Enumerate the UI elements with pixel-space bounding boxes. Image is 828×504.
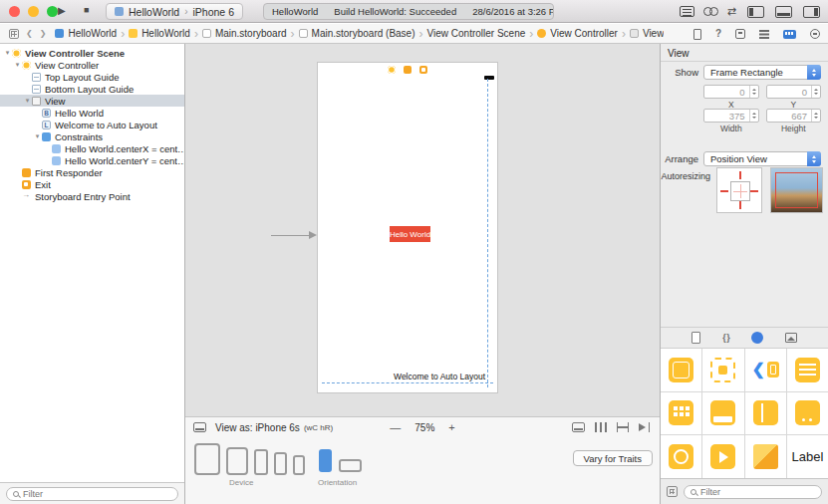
outline-row-welcome-label[interactable]: L Welcome to Auto Layout [0,119,184,130]
outline-row-top-layout-guide[interactable]: Top Layout Guide [0,71,184,83]
device-bar-toggle-icon[interactable] [193,422,206,432]
toggle-navigator-button[interactable] [747,6,764,18]
library-item-view-controller[interactable] [661,349,701,391]
device-iphone-6s[interactable] [274,452,287,475]
storyboard-entry-point-arrow[interactable] [271,231,317,240]
scheme-selector[interactable]: HelloWorld › iPhone 6 [106,3,243,20]
toggle-debug-area-button[interactable] [775,6,792,18]
library-item-label[interactable]: Label [787,435,828,478]
connections-inspector-icon[interactable] [810,29,820,39]
outline-row-hello-world-button[interactable]: B Hello World [0,107,184,119]
breadcrumb-item-scene[interactable]: View Controller Scene [427,28,526,39]
disclosure-triangle-icon[interactable]: ▾ [13,59,22,71]
related-items-icon[interactable] [9,29,19,39]
library-filter-field[interactable] [684,485,822,499]
identity-inspector-icon[interactable] [735,29,745,39]
width-field[interactable]: 375 [703,109,759,123]
close-window-button[interactable] [9,6,20,17]
grid-view-toggle-icon[interactable] [667,486,678,497]
autoresizing-control[interactable] [716,167,762,213]
library-item-storyboard-reference[interactable] [702,349,743,391]
view-controller-icon[interactable] [388,66,396,74]
outline-row-exit[interactable]: Exit [0,178,184,190]
align-icon[interactable] [595,422,607,432]
code-snippet-library-icon[interactable]: { } [722,333,729,343]
back-icon[interactable]: ❮ [26,29,33,38]
standard-editor-button[interactable] [680,6,694,17]
right-strut[interactable] [750,190,758,192]
stepper-icon[interactable] [811,86,820,98]
version-editor-button[interactable]: ⇄ [727,6,736,17]
device-iphone-se[interactable] [293,455,305,475]
outline-row-constraint-centerx[interactable]: Hello World.centerX = cent… [0,142,184,154]
library-item-page-view-controller[interactable] [787,392,828,435]
welcome-auto-layout-label[interactable]: Welcome to Auto Layout [394,372,485,381]
library-item-object[interactable] [745,435,786,478]
stepper-icon[interactable] [811,110,820,122]
quick-help-inspector-icon[interactable]: ? [715,29,721,39]
outline-filter-field[interactable] [6,487,178,501]
size-inspector-icon[interactable] [783,30,796,39]
library-item-glkit-view-controller[interactable] [661,435,701,478]
vary-for-traits-button[interactable]: Vary for Traits [573,450,653,466]
height-field[interactable]: 667 [766,109,822,123]
embed-in-stack-icon[interactable] [572,422,585,432]
zoom-window-button[interactable] [47,6,58,17]
outline-row-view-controller[interactable]: ▾ View Controller [0,59,184,71]
device-ipad-pro[interactable] [194,443,220,475]
disclosure-triangle-icon[interactable]: ▾ [23,95,32,107]
zoom-in-button[interactable]: + [448,422,454,433]
outline-row-scene[interactable]: ▾ View Controller Scene [0,47,184,59]
file-template-library-icon[interactable] [691,332,700,344]
minimize-window-button[interactable] [28,6,39,17]
outline-row-constraints[interactable]: ▾ Constraints [0,130,184,142]
breadcrumb-item-group[interactable]: HelloWorld [129,28,190,39]
library-item-collection-view-controller[interactable] [661,392,701,435]
breadcrumb-item-project[interactable]: HelloWorld [55,28,117,39]
stepper-icon[interactable] [749,86,758,98]
arrange-dropdown[interactable]: Position View [703,151,821,166]
toggle-utilities-button[interactable] [803,6,820,18]
top-strut[interactable] [739,171,741,179]
disclosure-triangle-icon[interactable]: ▾ [3,47,12,59]
library-item-table-view-controller[interactable] [787,349,828,391]
outline-row-first-responder[interactable]: First Responder [0,166,184,178]
disclosure-triangle-icon[interactable]: ▾ [33,130,42,142]
zoom-out-button[interactable]: — [390,422,401,433]
run-button[interactable]: ▶ [58,5,66,16]
outline-row-storyboard-entry-point[interactable]: Storyboard Entry Point [0,190,184,202]
height-spring[interactable] [740,184,742,198]
outline-row-constraint-centery[interactable]: Hello World.centerY = cent… [0,154,184,166]
hello-world-button[interactable]: Hello World [390,226,430,242]
storyboard-canvas[interactable]: Hello World Welcome to Auto Layout View … [185,44,660,504]
first-responder-icon[interactable] [404,66,412,74]
library-item-tab-bar-controller[interactable] [702,392,743,435]
x-field[interactable]: 0 [703,85,759,99]
outline-filter-input[interactable] [23,489,171,499]
outline-row-bottom-layout-guide[interactable]: Bottom Layout Guide [0,83,184,95]
media-library-icon[interactable] [785,333,797,343]
pin-icon[interactable] [617,422,629,432]
library-filter-input[interactable] [700,487,815,497]
stepper-icon[interactable] [749,110,758,122]
orientation-landscape[interactable] [339,459,362,472]
object-library-icon[interactable] [751,332,763,344]
attributes-inspector-icon[interactable] [759,29,769,39]
exit-icon[interactable] [419,66,427,74]
stop-button[interactable]: ■ [84,5,89,15]
breadcrumb-item-storyboard[interactable]: Main.storyboard [202,28,287,39]
outline-row-view[interactable]: ▾ View [0,95,184,107]
library-item-split-view-controller[interactable] [745,392,786,435]
orientation-portrait[interactable] [319,449,332,472]
device-iphone-6s-plus[interactable] [254,449,268,475]
library-item-navigation-controller[interactable]: ❮ [745,349,786,391]
resolve-auto-layout-icon[interactable] [639,422,651,432]
breadcrumb-item-view-controller[interactable]: View Controller [537,28,618,39]
zoom-level[interactable]: 75% [414,422,434,433]
file-inspector-icon[interactable] [693,29,701,40]
breadcrumb-item-view[interactable]: View [630,28,665,39]
show-dropdown[interactable]: Frame Rectangle [703,65,821,80]
view-as-label[interactable]: View as: iPhone 6s [215,422,300,433]
bottom-strut[interactable] [739,201,741,209]
breadcrumb-item-storyboard-base[interactable]: Main.storyboard (Base) [299,28,415,39]
